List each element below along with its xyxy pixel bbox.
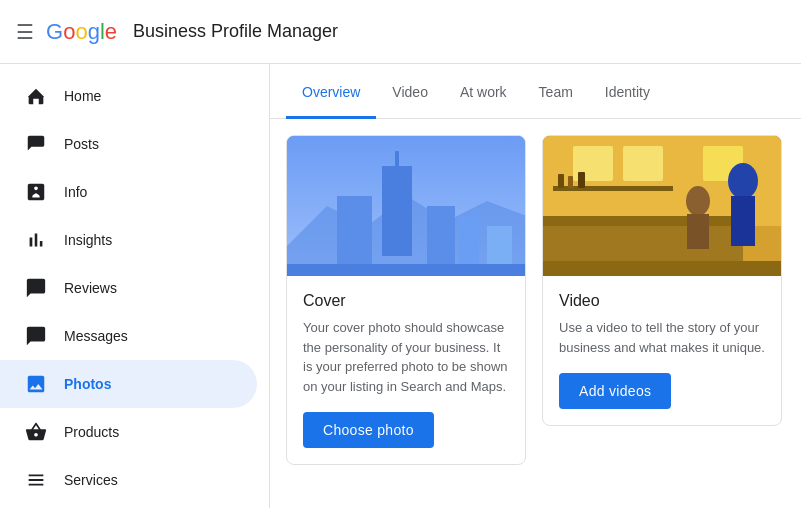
topbar: ☰ Google Business Profile Manager	[0, 0, 801, 64]
posts-icon	[24, 132, 48, 156]
sidebar-item-posts[interactable]: Posts	[0, 120, 257, 168]
cover-card-description: Your cover photo should showcase the per…	[303, 318, 509, 396]
video-card-body: Video Use a video to tell the story of y…	[543, 276, 781, 425]
tab-identity[interactable]: Identity	[589, 64, 666, 119]
logo-g-blue2: g	[88, 19, 100, 45]
choose-photo-button[interactable]: Choose photo	[303, 412, 434, 448]
svg-rect-9	[287, 264, 525, 276]
svg-rect-5	[337, 196, 372, 266]
video-card-description: Use a video to tell the story of your bu…	[559, 318, 765, 357]
svg-point-24	[686, 186, 710, 216]
sidebar-item-products[interactable]: Products	[0, 408, 257, 456]
sidebar-item-products-label: Products	[64, 424, 119, 440]
svg-rect-14	[623, 146, 663, 181]
svg-rect-19	[558, 174, 564, 188]
svg-rect-23	[731, 196, 755, 246]
svg-rect-21	[578, 172, 585, 188]
services-icon	[24, 468, 48, 492]
logo-o-red: o	[63, 19, 75, 45]
tab-video[interactable]: Video	[376, 64, 444, 119]
video-photo	[543, 136, 781, 276]
tab-at-work[interactable]: At work	[444, 64, 523, 119]
logo-e-red: e	[105, 19, 117, 45]
cards-area: Cover Your cover photo should showcase t…	[270, 119, 801, 508]
messages-icon	[24, 324, 48, 348]
svg-rect-3	[382, 166, 412, 256]
logo-o-yellow: o	[75, 19, 87, 45]
sidebar-item-photos[interactable]: Photos	[0, 360, 257, 408]
add-videos-button[interactable]: Add videos	[559, 373, 671, 409]
menu-icon[interactable]: ☰	[16, 20, 34, 44]
svg-rect-16	[543, 216, 743, 226]
cover-card-title: Cover	[303, 292, 509, 310]
main-layout: Home Posts Info Insights Reviews	[0, 64, 801, 508]
info-icon	[24, 180, 48, 204]
sidebar-item-insights-label: Insights	[64, 232, 112, 248]
logo-g-blue: G	[46, 19, 63, 45]
tabs: Overview Video At work Team Identity	[270, 64, 801, 119]
sidebar-item-info-label: Info	[64, 184, 87, 200]
sidebar-item-posts-label: Posts	[64, 136, 99, 152]
photos-icon	[24, 372, 48, 396]
sidebar-item-messages-label: Messages	[64, 328, 128, 344]
sidebar-item-reviews[interactable]: Reviews	[0, 264, 257, 312]
video-card-title: Video	[559, 292, 765, 310]
svg-rect-26	[543, 261, 781, 276]
svg-point-22	[728, 163, 758, 199]
svg-rect-25	[687, 214, 709, 249]
reviews-icon	[24, 276, 48, 300]
sidebar-item-insights[interactable]: Insights	[0, 216, 257, 264]
sidebar: Home Posts Info Insights Reviews	[0, 64, 270, 508]
svg-rect-6	[427, 206, 455, 266]
products-icon	[24, 420, 48, 444]
content: Overview Video At work Team Identity	[270, 64, 801, 508]
sidebar-item-services-label: Services	[64, 472, 118, 488]
google-logo: Google	[46, 19, 117, 45]
sidebar-item-info[interactable]: Info	[0, 168, 257, 216]
sidebar-item-messages[interactable]: Messages	[0, 312, 257, 360]
video-card: Video Use a video to tell the story of y…	[542, 135, 782, 426]
sidebar-item-reviews-label: Reviews	[64, 280, 117, 296]
cover-card: Cover Your cover photo should showcase t…	[286, 135, 526, 465]
sidebar-item-photos-label: Photos	[64, 376, 111, 392]
svg-rect-20	[568, 176, 573, 188]
insights-icon	[24, 228, 48, 252]
home-icon	[24, 84, 48, 108]
svg-rect-4	[395, 151, 399, 171]
tab-team[interactable]: Team	[523, 64, 589, 119]
sidebar-item-services[interactable]: Services	[0, 456, 257, 504]
sidebar-item-home-label: Home	[64, 88, 101, 104]
svg-rect-8	[487, 226, 512, 266]
tab-overview[interactable]: Overview	[286, 64, 376, 119]
cover-illustration	[287, 136, 525, 276]
cover-card-body: Cover Your cover photo should showcase t…	[287, 276, 525, 464]
sidebar-item-home[interactable]: Home	[0, 72, 257, 120]
app-title: Business Profile Manager	[133, 21, 338, 42]
svg-rect-7	[459, 216, 479, 266]
